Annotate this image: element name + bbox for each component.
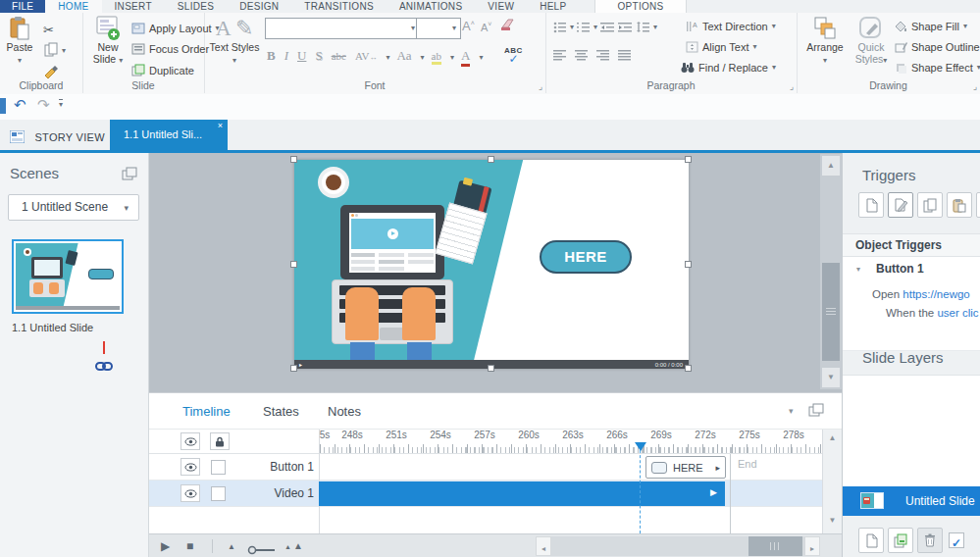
trigger-action-link[interactable]: https://newgo <box>903 288 969 300</box>
slide[interactable]: HERE ▸ 0:00 / 0:00 <box>294 160 689 369</box>
caret-down-icon[interactable]: ▾ <box>653 24 657 31</box>
text-styles-button[interactable]: A ✎ Text Styles ▾ <box>208 16 261 65</box>
highlight-color-button[interactable]: ab <box>432 50 441 65</box>
arrange-button[interactable]: Arrange ▾ <box>802 16 848 65</box>
trigger-when-link[interactable]: user clic <box>937 307 978 319</box>
text-direction-button[interactable]: A Text Direction▾ <box>686 21 776 32</box>
underline-button[interactable]: U <box>297 48 306 64</box>
cut-icon[interactable]: ✂ <box>43 23 54 37</box>
duplicate-button[interactable]: Duplicate <box>131 64 194 76</box>
toggle-all-visibility-button[interactable] <box>181 432 200 450</box>
new-slide-button[interactable]: New Slide ▾ <box>88 16 128 65</box>
scroll-down-icon[interactable]: ▼ <box>823 516 842 525</box>
edit-trigger-button[interactable] <box>888 192 913 218</box>
close-tab-icon[interactable]: × <box>218 121 223 130</box>
increase-indent-icon[interactable] <box>618 22 633 33</box>
timeline-dock-icon[interactable] <box>808 403 824 421</box>
paste-trigger-button[interactable] <box>947 192 972 218</box>
font-dialog-launcher[interactable]: ⌟ <box>539 81 542 91</box>
selection-handle-n[interactable] <box>488 156 494 163</box>
selection-handle-nw[interactable] <box>290 156 297 163</box>
shrink-font-button[interactable]: A˅ <box>481 21 491 33</box>
tab-animations[interactable]: ANIMATIONS <box>387 0 475 13</box>
tab-help[interactable]: HELP <box>527 0 579 13</box>
tab-slides[interactable]: SLIDES <box>165 0 227 13</box>
align-right-icon[interactable] <box>596 50 610 61</box>
paragraph-dialog-launcher[interactable]: ⌟ <box>790 81 794 91</box>
tab-design[interactable]: DESIGN <box>227 0 291 13</box>
slide-thumbnail[interactable] <box>12 239 124 314</box>
copy-icon[interactable] <box>44 42 59 61</box>
text-shadow-button[interactable]: S <box>315 48 322 64</box>
duplicate-layer-button[interactable] <box>888 528 913 553</box>
video-play-icon[interactable]: ▸ <box>299 361 302 368</box>
trigger-condition[interactable]: When the user clic <box>886 307 979 319</box>
play-button[interactable]: ▶ <box>161 539 170 553</box>
here-button[interactable]: HERE <box>540 240 632 274</box>
layer-row-selected[interactable]: Untitled Slide <box>843 486 980 516</box>
shape-effect-button[interactable]: Shape Effect▾ <box>895 62 980 74</box>
focus-order-button[interactable]: Focus Order <box>131 43 209 55</box>
find-replace-button[interactable]: Find / Replace▾ <box>681 62 776 74</box>
tab-transitions[interactable]: TRANSITIONS <box>291 0 387 13</box>
layer-visibility-checkbox[interactable]: ✓ <box>949 532 964 548</box>
lock-checkbox[interactable] <box>211 486 226 501</box>
font-color-button[interactable]: A <box>461 48 470 67</box>
zoom-in-small-icon[interactable]: ▲ <box>284 543 291 550</box>
shape-fill-button[interactable]: Shape Fill▾ <box>895 21 967 32</box>
bullet-list-icon[interactable] <box>553 22 567 33</box>
change-case-button[interactable]: Aa <box>396 48 411 64</box>
tab-home[interactable]: HOME <box>45 0 101 13</box>
new-layer-button[interactable] <box>858 528 884 553</box>
playhead-icon[interactable] <box>635 442 646 451</box>
timeline-menu-icon[interactable]: ▾ <box>789 406 794 416</box>
visibility-toggle-button[interactable] <box>181 458 200 476</box>
selection-handle-s[interactable] <box>488 365 494 372</box>
scene-selector[interactable]: 1 Untitled Scene ▾ <box>8 194 139 221</box>
paste-button[interactable]: Paste ▾ <box>2 16 37 65</box>
hscroll-right-icon[interactable]: ▸ <box>804 536 820 556</box>
tab-view[interactable]: VIEW <box>475 0 527 13</box>
grow-font-button[interactable]: A˄ <box>462 19 475 33</box>
selection-handle-sw[interactable] <box>290 365 297 372</box>
playhead-line[interactable] <box>640 450 642 533</box>
font-family-select[interactable]: ▾ <box>265 18 420 39</box>
zoom-slider[interactable] <box>247 541 277 557</box>
link-icon[interactable] <box>95 358 113 376</box>
timeline-ruler[interactable]: 5s 248s 251s 254s 257s 260s 263s 266s 26… <box>319 430 822 454</box>
lock-checkbox[interactable] <box>211 460 226 475</box>
caret-down-icon[interactable]: ▾ <box>386 54 389 62</box>
line-spacing-icon[interactable] <box>636 21 650 33</box>
copy-caret-icon[interactable]: ▾ <box>62 47 66 55</box>
tab-timeline[interactable]: Timeline <box>182 404 231 419</box>
justify-icon[interactable] <box>618 50 632 61</box>
clear-formatting-icon[interactable] <box>500 18 516 35</box>
shape-outline-button[interactable]: Shape Outline▾ <box>895 41 980 53</box>
caret-down-icon[interactable]: ▾ <box>421 54 425 62</box>
selection-handle-se[interactable] <box>685 365 692 372</box>
tab-notes[interactable]: Notes <box>328 404 361 419</box>
redo-button[interactable]: ↷ <box>37 96 50 114</box>
collapse-panel-icon[interactable] <box>122 167 137 184</box>
zoom-out-icon[interactable]: ▲ <box>228 542 235 551</box>
selection-handle-ne[interactable] <box>685 156 692 163</box>
canvas-scrollbar[interactable]: ▲ ▼ <box>820 154 842 389</box>
strikethrough-button[interactable]: abc <box>332 50 346 62</box>
undo-button[interactable]: ↶ <box>14 96 26 114</box>
font-size-select[interactable]: ▾ <box>416 18 461 39</box>
caret-down-icon[interactable]: ▾ <box>479 54 483 62</box>
align-left-icon[interactable] <box>553 50 567 61</box>
new-trigger-button[interactable] <box>858 192 884 218</box>
timeline-hscrollbar[interactable] <box>551 536 804 556</box>
toggle-all-lock-button[interactable] <box>210 432 230 450</box>
italic-button[interactable]: I <box>284 48 288 64</box>
delete-layer-button[interactable] <box>917 528 943 553</box>
spelling-button[interactable]: ABC ✓ <box>504 46 523 64</box>
visibility-toggle-button[interactable] <box>181 484 200 502</box>
trigger-action[interactable]: Open https://newgo <box>872 288 970 300</box>
align-text-button[interactable]: Align Text▾ <box>686 41 757 53</box>
video1-timeline-bar[interactable]: ▶ <box>319 481 725 506</box>
stop-button[interactable]: ■ <box>186 539 193 553</box>
scroll-up-icon[interactable]: ▲ <box>823 433 842 442</box>
bold-button[interactable]: B <box>267 48 276 64</box>
